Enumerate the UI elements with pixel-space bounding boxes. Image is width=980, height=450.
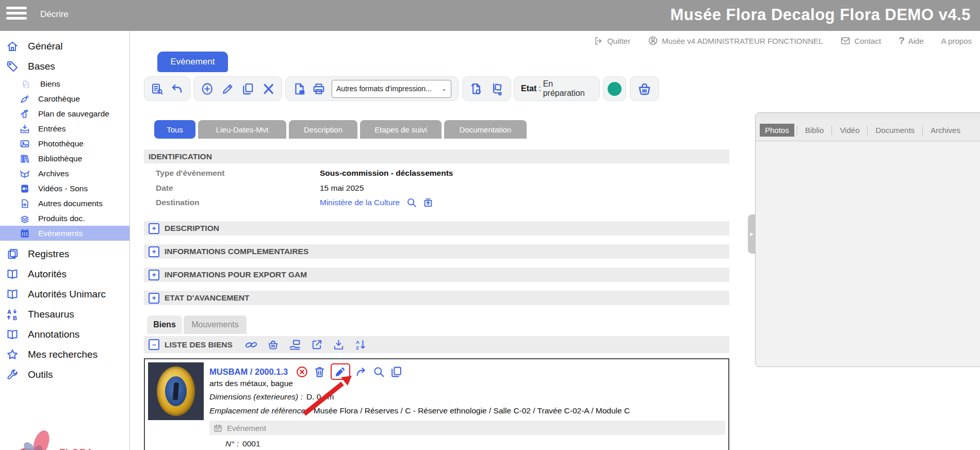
quit-link[interactable]: Quitter (594, 36, 630, 46)
etat-value: En préparation (543, 79, 593, 98)
basket-small-icon[interactable] (267, 339, 279, 351)
sidebar-item-phototheque[interactable]: Photothèque (0, 136, 129, 151)
sidebar-item-autorites[interactable]: Autorités (0, 264, 129, 284)
tab-tous[interactable]: Tous (154, 120, 195, 139)
toolbar-group-basket (630, 76, 659, 101)
duplicate-icon[interactable] (241, 82, 255, 96)
sidebar-item-outils[interactable]: Outils (0, 364, 129, 385)
liste-des-biens-title: LISTE DES BIENS (165, 340, 233, 349)
sidebar-item-autres-documents[interactable]: Autres documents (0, 196, 129, 211)
sidebar-item-autorites-unimarc[interactable]: Autorités Unimarc (0, 284, 129, 304)
item-thumbnail[interactable] (148, 362, 204, 420)
media-tab-documents[interactable]: Documents (870, 124, 920, 137)
delete-x-icon[interactable] (262, 82, 275, 96)
download-icon[interactable] (333, 339, 345, 351)
emplacement-value: Musée Flora / Réserves / C - Réserve eth… (314, 406, 630, 415)
sidebar-item-bases[interactable]: Bases (0, 56, 129, 76)
remove-circle-icon[interactable] (296, 365, 308, 378)
item-inventory-link[interactable]: MUSBAM / 2000.1.3 (209, 367, 288, 377)
numero-value: 0001 (242, 439, 260, 448)
tab-description[interactable]: Description (289, 120, 357, 139)
copy-item-icon[interactable] (390, 365, 403, 378)
basket-icon[interactable] (637, 81, 652, 96)
svg-text:A: A (356, 339, 360, 345)
list-search-icon[interactable] (151, 82, 164, 96)
sidebar-item-label: Entrées (38, 124, 66, 134)
tab-etapes-de-suivi[interactable]: Etapes de suivi (360, 120, 442, 139)
sidebar-item-videos-sons[interactable]: Vidéos - Sons (0, 181, 129, 196)
record-type-tab[interactable]: Evènement (157, 52, 228, 72)
sidebar-item-evenements[interactable]: Evènements (0, 226, 129, 241)
sidebar-item-label: Archives (38, 169, 69, 178)
tab-biens[interactable]: Biens (147, 315, 182, 334)
sidebar-item-label: Registres (28, 248, 69, 260)
svg-text:B: B (13, 315, 17, 321)
attach-document-icon[interactable] (469, 82, 483, 96)
expand-plus-icon[interactable]: + (149, 293, 159, 304)
sidebar-item-annotations[interactable]: Annotations (0, 324, 129, 344)
printer-icon[interactable] (312, 82, 325, 96)
share-forward-icon[interactable] (355, 365, 368, 378)
field-value: Sous-commission - déclassements (320, 169, 453, 178)
image-icon (20, 139, 30, 149)
sidebar-item-archives[interactable]: Archives (0, 166, 129, 181)
media-tab-archives[interactable]: Archives (925, 124, 966, 137)
open-record-icon[interactable] (422, 197, 434, 208)
sidebar-item-thesaurus[interactable]: AB Thesaurus (0, 304, 129, 324)
print-format-select[interactable]: Autres formats d'impression... ⌄ (332, 80, 451, 98)
destination-link[interactable]: Ministère de la Culture (320, 198, 400, 207)
collapse-minus-icon[interactable]: − (149, 339, 159, 350)
undo-icon[interactable] (171, 82, 183, 96)
dimensions-label: Dimensions (exterieures) : (209, 392, 303, 401)
open-book-icon (6, 288, 19, 301)
sidebar-item-entrees[interactable]: Entrées (0, 121, 129, 136)
search-item-icon[interactable] (372, 365, 385, 378)
sidebar-item-produits-doc[interactable]: Produits doc. (0, 211, 129, 226)
hamburger-menu-icon[interactable] (6, 7, 27, 24)
search-icon[interactable] (406, 197, 417, 208)
sidebar-item-mes-recherches[interactable]: Mes recherches (0, 344, 129, 364)
tab-documentation[interactable]: Documentation (444, 120, 527, 139)
hand-card-icon[interactable] (289, 339, 301, 351)
expand-plus-icon[interactable]: + (149, 246, 159, 257)
print-format-value: Autres formats d'impression... (336, 85, 432, 93)
link-chain-icon[interactable] (245, 339, 257, 351)
field-date: Date 15 mai 2025 (156, 182, 364, 194)
help-link[interactable]: ? Aide (899, 35, 924, 46)
sidebar-item-general[interactable]: Général (0, 36, 129, 56)
sidebar-item-registres[interactable]: Registres (0, 244, 129, 264)
tab-mouvements[interactable]: Mouvements (184, 315, 247, 334)
external-link-icon[interactable] (311, 339, 323, 351)
tab-lieu-dates-mvt[interactable]: Lieu-Dates-Mvt (198, 120, 286, 139)
sidebar-item-biens[interactable]: ♘ Biens (0, 76, 129, 91)
about-link[interactable]: A propos (941, 37, 972, 45)
tab-separator (831, 126, 832, 135)
question-mark-icon: ? (899, 35, 905, 46)
identification-title: IDENTIFICATION (149, 152, 212, 161)
trolley-icon[interactable] (491, 82, 504, 96)
sidebar-item-carotheque[interactable]: Carothèque (0, 91, 129, 106)
media-tab-photos[interactable]: Photos (760, 124, 794, 137)
media-tab-biblio[interactable]: Biblio (800, 124, 829, 137)
sort-az-icon[interactable]: AZ (354, 339, 367, 351)
panel-expander-handle[interactable]: ▶ (748, 214, 756, 254)
media-panel-cap (756, 113, 980, 120)
dimensions-value: D. 0 cm (306, 392, 334, 401)
sidebar-item-bibliotheque[interactable]: Bibliothèque (0, 151, 129, 166)
expand-plus-icon[interactable]: + (149, 270, 159, 280)
sidebar-item-label: Plan de sauvegarde (38, 109, 109, 119)
inbox-download-icon (20, 124, 30, 134)
numero-label: N° : (225, 439, 239, 448)
star-icon (6, 348, 19, 361)
trash-icon[interactable] (313, 365, 326, 378)
app-title: Musée Flora Decalog Flora DEMO v4.5 (670, 6, 971, 24)
sidebar-item-plan-sauvegarde[interactable]: Plan de sauvegarde (0, 106, 129, 121)
edit-pencil-icon[interactable] (221, 82, 235, 96)
print-document-icon[interactable] (292, 82, 306, 96)
user-account[interactable]: Musée v4 ADMINISTRATEUR FONCTIONNEL (648, 36, 823, 46)
media-tab-video[interactable]: Vidéo (835, 124, 864, 137)
edit-item-pencil-icon[interactable] (334, 365, 347, 378)
expand-plus-icon[interactable]: + (149, 223, 159, 234)
contact-link[interactable]: Contact (840, 36, 881, 46)
add-record-icon[interactable] (201, 82, 214, 96)
